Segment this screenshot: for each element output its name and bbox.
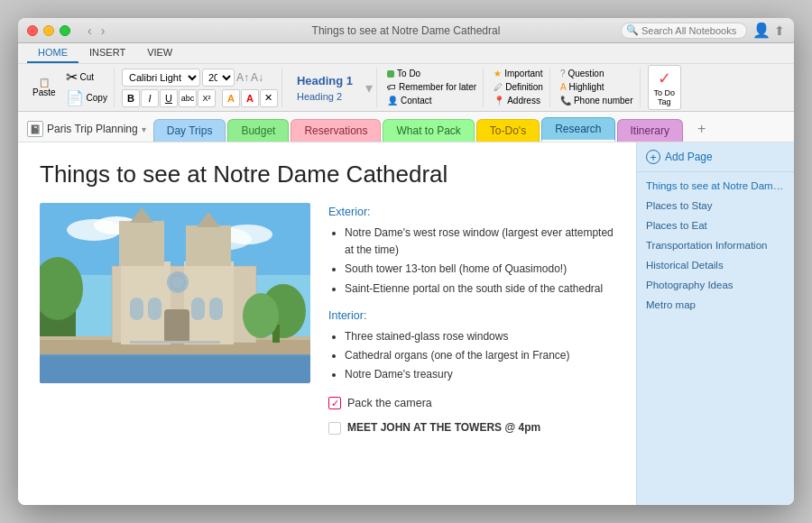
- superscript-button[interactable]: X²: [198, 89, 216, 107]
- sidebar-page-historical[interactable]: Historical Details: [637, 255, 794, 275]
- font-size-select[interactable]: 20: [202, 69, 235, 87]
- tab-day-trips[interactable]: Day Trips: [153, 119, 226, 142]
- checkbox-2[interactable]: [328, 422, 341, 435]
- strikethrough-button[interactable]: abc: [179, 89, 197, 107]
- heading2-button[interactable]: Heading 2: [290, 90, 360, 103]
- font-group: Calibri Light 20 A↑ A↓ B I U abc X²: [118, 68, 282, 107]
- tab-home[interactable]: HOME: [27, 43, 78, 63]
- sidebar-page-metro[interactable]: Metro map: [637, 295, 794, 315]
- tab-budget[interactable]: Budget: [227, 119, 289, 142]
- svg-rect-26: [164, 309, 189, 343]
- page-title[interactable]: Things to see at Notre Dame Cathedral: [40, 161, 614, 188]
- svg-rect-17: [186, 225, 231, 266]
- paste-button[interactable]: 📋 Paste: [27, 76, 61, 99]
- highlight-button[interactable]: A: [222, 89, 240, 107]
- question-tag[interactable]: ? Question: [558, 68, 607, 79]
- todo-tag[interactable]: To Do: [384, 68, 423, 79]
- decrease-font-icon[interactable]: A↓: [251, 71, 263, 84]
- page-tabs: Day Trips Budget Reservations What to Pa…: [153, 116, 721, 142]
- definition-tag[interactable]: 🖊 Definition: [491, 81, 546, 93]
- todo-tag-group: ✓ To Do Tag: [644, 68, 686, 107]
- cut-button[interactable]: ✂ Cut: [63, 68, 110, 87]
- main-area: Things to see at Notre Dame Cathedral: [18, 142, 794, 505]
- copy-icon: 📄: [66, 89, 84, 106]
- minimize-button[interactable]: [43, 25, 54, 36]
- exterior-list: Notre Dame's west rose window (largest e…: [328, 225, 614, 298]
- search-icon: 🔍: [626, 24, 639, 36]
- svg-rect-23: [148, 298, 161, 320]
- tags-group2: ★ Important 🖊 Definition 📍 Address: [487, 68, 550, 107]
- todo-tag-icon: [387, 70, 394, 78]
- cathedral-image: [40, 203, 310, 383]
- sidebar-page-places-eat[interactable]: Places to Eat: [637, 216, 794, 235]
- titlebar-nav: ‹ ›: [85, 23, 107, 38]
- tab-insert[interactable]: INSERT: [78, 43, 136, 63]
- phone-icon: 📞: [560, 96, 571, 106]
- interior-item-1: Three stained-glass rose windows: [345, 328, 614, 345]
- tab-view[interactable]: VIEW: [136, 43, 183, 63]
- notebook-logo[interactable]: 📓 Paris Trip Planning ▾: [27, 121, 146, 137]
- notebook-name: Paris Trip Planning: [47, 123, 138, 135]
- ribbon: HOME INSERT VIEW 📋 Paste ✂ Cut 📄 C: [18, 43, 794, 112]
- add-page-button[interactable]: + Add Page: [637, 142, 794, 172]
- important-tag[interactable]: ★ Important: [491, 68, 545, 79]
- content-row: Exterior: Notre Dame's west rose window …: [40, 203, 614, 445]
- tab-what-to-pack[interactable]: What to Pack: [383, 119, 474, 142]
- nav-forward-button[interactable]: ›: [98, 23, 108, 38]
- underline-button[interactable]: U: [160, 89, 178, 107]
- remember-tag[interactable]: 🏷 Remember for later: [384, 81, 479, 93]
- address-tag[interactable]: 📍 Address: [491, 95, 543, 106]
- checkbox-1[interactable]: ✓: [328, 397, 341, 409]
- search-input[interactable]: [621, 23, 747, 39]
- highlight-icon: A: [560, 82, 567, 92]
- close-button[interactable]: [27, 25, 38, 36]
- increase-font-icon[interactable]: A↑: [236, 71, 249, 84]
- contact-tag[interactable]: 👤 Contact: [384, 95, 434, 106]
- font-family-select[interactable]: Calibri Light: [122, 69, 200, 87]
- sidebar-page-transportation[interactable]: Transportation Information: [637, 235, 794, 255]
- sidebar-page-places-stay[interactable]: Places to Stay: [637, 196, 794, 216]
- remove-format-button[interactable]: ✕: [260, 89, 278, 107]
- copy-button[interactable]: 📄 Copy: [63, 88, 110, 107]
- todo-tag-button[interactable]: ✓ To Do Tag: [648, 65, 682, 110]
- sidebar-pages: Things to see at Notre Dame Cath... Plac…: [637, 172, 794, 505]
- window-title: Things to see at Notre Dame Cathedral: [312, 24, 501, 37]
- remember-icon: 🏷: [387, 82, 396, 92]
- tab-research[interactable]: Research: [541, 117, 614, 142]
- checklist: ✓ Pack the camera MEET JOHN AT THE TOWER…: [328, 394, 614, 436]
- format-buttons: B I U abc X² A A ✕: [122, 89, 278, 107]
- share-icon: ⬆: [774, 23, 785, 38]
- tags-group: To Do 🏷 Remember for later 👤 Contact: [381, 68, 484, 107]
- sidebar-page-photography[interactable]: Photography Ideas: [637, 275, 794, 295]
- svg-rect-16: [119, 221, 164, 266]
- notebook-icon: 📓: [27, 121, 43, 137]
- app-window: ‹ › Things to see at Notre Dame Cathedra…: [18, 18, 794, 505]
- highlight-tag[interactable]: A Highlight: [558, 81, 607, 93]
- tab-itinerary[interactable]: Itinerary: [617, 119, 683, 142]
- question-icon: ?: [560, 69, 566, 78]
- add-page-icon: +: [646, 150, 660, 164]
- paste-group: 📋 Paste ✂ Cut 📄 Copy: [23, 68, 115, 107]
- notes-content: Exterior: Notre Dame's west rose window …: [328, 203, 614, 445]
- sidebar: + Add Page Things to see at Notre Dame C…: [636, 142, 794, 505]
- bold-button[interactable]: B: [122, 89, 140, 107]
- add-tab-button[interactable]: +: [685, 116, 718, 142]
- titlebar: ‹ › Things to see at Notre Dame Cathedra…: [18, 18, 794, 43]
- svg-rect-8: [40, 352, 310, 383]
- tab-todos[interactable]: To-Do's: [476, 119, 540, 142]
- svg-rect-22: [130, 298, 143, 320]
- svg-point-30: [243, 293, 279, 338]
- check-label-1: Pack the camera: [347, 394, 432, 412]
- tab-reservations[interactable]: Reservations: [291, 119, 381, 142]
- exterior-label: Exterior:: [328, 203, 614, 221]
- italic-button[interactable]: I: [141, 89, 159, 107]
- heading1-button[interactable]: Heading 1: [290, 73, 360, 88]
- style-expand-icon[interactable]: ▾: [365, 79, 373, 96]
- todo-check-icon: ✓: [658, 69, 671, 88]
- nav-back-button[interactable]: ‹: [85, 23, 95, 38]
- font-color-button[interactable]: A: [241, 89, 259, 107]
- phone-tag[interactable]: 📞 Phone number: [558, 95, 636, 106]
- search-wrapper: 🔍: [621, 23, 747, 39]
- sidebar-page-notre-dame[interactable]: Things to see at Notre Dame Cath...: [637, 176, 794, 196]
- maximize-button[interactable]: [60, 25, 70, 36]
